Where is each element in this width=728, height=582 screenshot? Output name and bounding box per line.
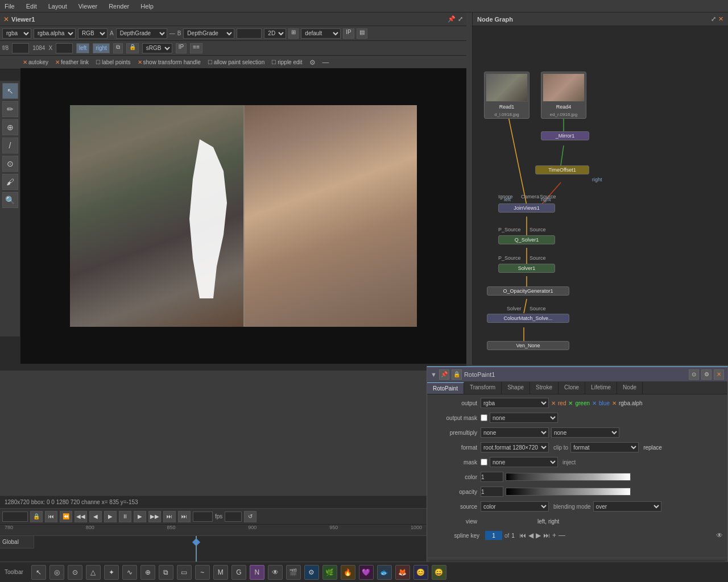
- frame-display-input[interactable]: 10: [193, 512, 213, 522]
- props-close-icon[interactable]: ✕: [714, 369, 724, 380]
- output-mask-select[interactable]: none: [490, 413, 558, 423]
- tool-render[interactable]: 🎬: [286, 565, 301, 580]
- opacity-value-input[interactable]: [481, 487, 503, 497]
- channel-select[interactable]: rgbargbalpha: [2, 28, 31, 39]
- go-end-btn[interactable]: ⏭: [178, 511, 191, 522]
- lut-select[interactable]: default: [301, 28, 341, 39]
- spline-fwd-icon[interactable]: ▶: [536, 531, 541, 539]
- node-opacity-gen[interactable]: O_OpacityGenerator1: [487, 286, 569, 296]
- show-transform-toggle[interactable]: ✕ show transform handle: [138, 59, 201, 65]
- tab-clone[interactable]: Clone: [559, 382, 585, 394]
- menu-render[interactable]: Render: [106, 2, 131, 11]
- minus-tool-icon[interactable]: —: [322, 59, 329, 66]
- frame-input[interactable]: 1: [12, 43, 29, 53]
- next-keyframe-btn[interactable]: ⏭: [163, 511, 176, 522]
- transform-tool[interactable]: ⊙: [2, 156, 18, 172]
- node-read4[interactable]: Read4 ed_r.0916.jpg: [541, 72, 586, 119]
- node-a-select[interactable]: DepthGrade: [116, 28, 167, 39]
- spline-del-icon[interactable]: —: [559, 531, 565, 539]
- play-fwd-btn[interactable]: ▶: [134, 511, 146, 522]
- props-collapse-icon[interactable]: ▼: [431, 371, 437, 378]
- spline-add-icon[interactable]: +: [552, 531, 556, 539]
- source-select[interactable]: color: [481, 501, 549, 512]
- props-lock-icon[interactable]: 🔒: [452, 369, 462, 380]
- output-select[interactable]: rgbargbalpha: [481, 398, 549, 408]
- ripple-toggle[interactable]: ☐ ripple edit: [271, 59, 302, 65]
- tab-rotopaint[interactable]: RotoPaint: [427, 382, 464, 394]
- green-check-x[interactable]: ✕: [568, 400, 573, 406]
- tool-comp2[interactable]: 🌿: [322, 565, 337, 580]
- prev-keyframe-btn[interactable]: ⏪: [60, 511, 72, 522]
- node-timeoffset1[interactable]: TimeOffset1: [535, 165, 589, 174]
- tool-nuke-logo[interactable]: N: [250, 565, 264, 580]
- tool-arrow[interactable]: ↖: [31, 565, 46, 580]
- viewer-pin-icon[interactable]: 📌: [448, 15, 456, 23]
- stop-btn[interactable]: ⏸: [119, 511, 131, 522]
- play-back-btn[interactable]: ▶: [104, 511, 117, 522]
- premultiply-select2[interactable]: none: [551, 427, 619, 438]
- tool-comp6[interactable]: 🦊: [395, 565, 410, 580]
- node-read1[interactable]: Read1 d_l.0918.jpg: [484, 72, 530, 119]
- go-start-btn[interactable]: ⏮: [45, 511, 57, 522]
- alpha-check-x[interactable]: ✕: [612, 400, 617, 406]
- mask-checkbox[interactable]: [481, 459, 487, 465]
- tool-star[interactable]: ✦: [104, 565, 119, 580]
- current-frame-input[interactable]: 919: [2, 512, 28, 522]
- bezier-tool[interactable]: ✏: [2, 101, 18, 117]
- tool-bezier[interactable]: ∿: [122, 565, 137, 580]
- spline-prev-icon[interactable]: ⏮: [519, 531, 526, 539]
- stereo-icon[interactable]: ⊞: [288, 28, 299, 39]
- spline-vis-icon[interactable]: 👁: [716, 531, 723, 539]
- allow-paint-toggle[interactable]: ☐ allow paint selection: [208, 59, 265, 65]
- gain-input[interactable]: +1.4: [237, 28, 262, 39]
- tab-lifetime[interactable]: Lifetime: [585, 382, 617, 394]
- tool-g[interactable]: G: [231, 565, 246, 580]
- color-value-input[interactable]: [481, 472, 503, 482]
- tool-circle[interactable]: ◎: [49, 565, 64, 580]
- clip-to-select[interactable]: format: [570, 442, 639, 452]
- clone-tool[interactable]: 🔍: [2, 192, 18, 208]
- tool-comp7[interactable]: 😊: [413, 565, 428, 580]
- tool-clone2[interactable]: ⧉: [159, 565, 173, 580]
- label-points-toggle[interactable]: ☐ label points: [96, 59, 131, 65]
- autokey-toggle[interactable]: ✕ autokey: [23, 59, 48, 65]
- node-qsolver1[interactable]: Q_Solver1: [498, 235, 555, 244]
- blue-check-x[interactable]: ✕: [592, 400, 597, 406]
- edit-tool[interactable]: ⊕: [2, 119, 18, 135]
- tab-stroke[interactable]: Stroke: [530, 382, 559, 394]
- tool-eye[interactable]: 👁: [268, 565, 283, 580]
- menu-viewer[interactable]: Viewer: [76, 2, 100, 11]
- lock-icon[interactable]: 🔒: [126, 43, 139, 53]
- next-frame-btn[interactable]: ▶▶: [148, 511, 161, 522]
- wipe-icon[interactable]: ▤: [357, 28, 367, 39]
- view-right-btn[interactable]: right: [93, 43, 109, 53]
- mask-select[interactable]: none: [490, 457, 558, 467]
- tool-triangle[interactable]: △: [86, 565, 101, 580]
- node-mirror1[interactable]: _Mirror1: [541, 131, 589, 140]
- props-view-icon[interactable]: ⊙: [689, 369, 699, 380]
- viewer-expand-icon[interactable]: ⤢: [458, 15, 463, 23]
- tool-eraser[interactable]: ▭: [177, 565, 192, 580]
- tool-m[interactable]: M: [213, 565, 228, 580]
- tool-ring[interactable]: ⊙: [68, 565, 82, 580]
- wipe-btn2[interactable]: ≡≡: [190, 43, 202, 53]
- loop-icon[interactable]: ↺: [244, 511, 257, 522]
- format-select[interactable]: root.format 1280×720: [481, 442, 549, 452]
- tool-comp5[interactable]: 🐟: [377, 565, 392, 580]
- tool-comp3[interactable]: 🔥: [341, 565, 355, 580]
- spline-back-icon[interactable]: ◀: [528, 531, 533, 539]
- menu-layout[interactable]: Layout: [46, 2, 69, 11]
- props-pin-icon[interactable]: 📌: [439, 369, 449, 380]
- premultiply-select1[interactable]: none: [481, 427, 549, 438]
- node-graph-close[interactable]: ✕: [718, 15, 723, 23]
- color-gradient-slider[interactable]: [506, 473, 631, 481]
- display-select[interactable]: RGBLuma: [78, 28, 107, 39]
- colorspace-select[interactable]: sRGBlinear: [142, 43, 172, 53]
- paint-tool[interactable]: 🖌: [2, 174, 18, 190]
- tab-node[interactable]: Node: [617, 382, 643, 394]
- node-b-select[interactable]: DepthGrade: [183, 28, 234, 39]
- tool-blur[interactable]: ~: [195, 565, 210, 580]
- frame-lock-icon[interactable]: 🔒: [30, 511, 43, 522]
- node-joinviews1[interactable]: JoinViews1: [498, 203, 555, 213]
- fps-input[interactable]: 24: [225, 512, 242, 522]
